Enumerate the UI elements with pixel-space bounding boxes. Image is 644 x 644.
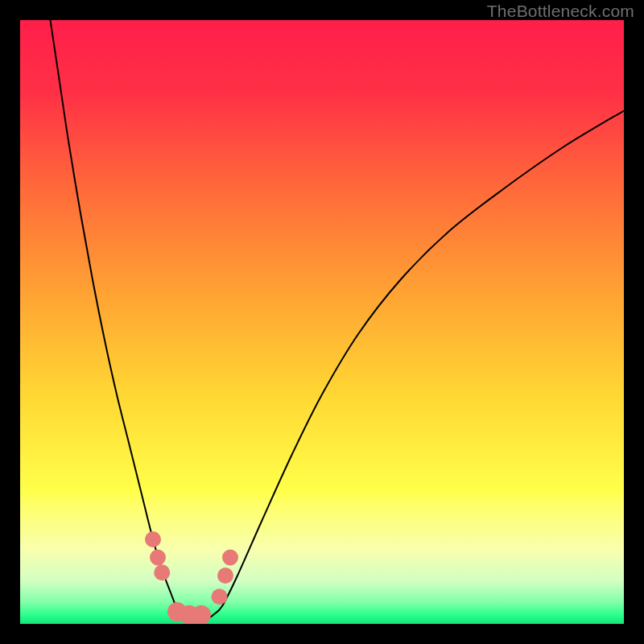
- watermark-text: TheBottleneck.com: [487, 2, 634, 21]
- data-marker: [150, 550, 166, 566]
- data-marker: [145, 531, 161, 547]
- plot-area: [20, 20, 624, 624]
- data-marker: [154, 564, 170, 580]
- data-marker: [217, 568, 233, 584]
- chart-frame: TheBottleneck.com: [0, 0, 644, 644]
- marker-group: [145, 531, 238, 624]
- curve-layer: [20, 20, 624, 624]
- data-marker: [222, 550, 238, 566]
- bottleneck-curve: [51, 20, 625, 618]
- data-marker: [212, 588, 228, 605]
- data-marker: [192, 605, 211, 624]
